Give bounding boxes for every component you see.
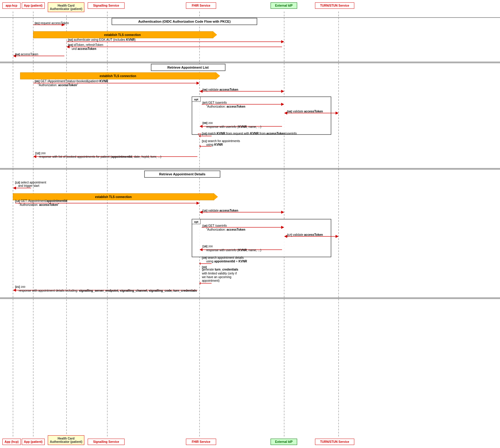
svg-text:"Authorization: accessToken: "Authorization: accessToken: [206, 228, 245, 231]
svg-rect-88: [192, 219, 200, 224]
lifeline-signalling: Signalling Service: [88, 2, 125, 9]
svg-rect-10: [33, 31, 213, 38]
svg-text:establish TLS connection: establish TLS connection: [104, 33, 141, 37]
svg-text:using appointmentId + KVNR: using appointmentId + KVNR: [206, 260, 247, 263]
svg-marker-12: [213, 31, 217, 38]
svg-text:"Authorization: accessToken": "Authorization: accessToken": [19, 203, 59, 206]
lifeline-app-patient: App (patient): [22, 2, 45, 9]
svg-marker-37: [200, 90, 203, 93]
lifeline-bottom-fhir: FHIR Service: [186, 439, 216, 445]
svg-text:[02] authenticate using EGK.AU: [02] authenticate using EGK.AUT (include…: [68, 38, 136, 41]
svg-rect-7: [112, 18, 257, 25]
svg-marker-49: [336, 112, 339, 115]
svg-marker-31: [216, 73, 220, 79]
svg-text:[20]: [20]: [202, 266, 207, 269]
lifeline-app-hcp: app-hcp: [2, 2, 21, 9]
svg-text:opt: opt: [194, 98, 198, 101]
svg-text:und accessToken: und accessToken: [72, 47, 96, 50]
svg-text:we have an upcoming: we have an upcoming: [202, 275, 231, 279]
svg-text:[13] select appointment: [13] select appointment: [15, 181, 46, 184]
svg-marker-95: [284, 235, 287, 238]
svg-text:[19] search appointment detail: [19] search appointment details: [202, 256, 244, 259]
svg-text:response with userinfo (KVNR, : response with userinfo (KVNR, name, ...): [206, 125, 261, 128]
svg-text:opt: opt: [194, 220, 198, 223]
svg-marker-105: [200, 262, 200, 265]
svg-marker-114: [13, 289, 16, 292]
svg-text:Authentication (OIDC Authoriza: Authentication (OIDC Authorization Code …: [138, 20, 231, 23]
svg-text:[09] 200: [09] 200: [203, 121, 213, 125]
svg-text:[21] 200: [21] 200: [15, 285, 25, 288]
svg-text:and trigger start: and trigger start: [18, 184, 39, 187]
lifeline-external-idp: External IdP: [271, 2, 297, 9]
lifeline-bottom-app-hcp: App (hcp): [2, 439, 21, 445]
svg-marker-16: [281, 40, 284, 43]
svg-marker-112: [200, 282, 200, 285]
svg-text:appointment): appointment): [202, 279, 219, 282]
svg-rect-76: [13, 193, 214, 200]
lifeline-bottom-signalling: Signalling Service: [88, 439, 125, 445]
svg-marker-84: [200, 211, 203, 214]
svg-rect-27: [151, 64, 225, 71]
lifeline-fhir: FHIR Service: [186, 2, 216, 9]
svg-marker-63: [200, 145, 200, 148]
svg-marker-59: [200, 135, 200, 138]
svg-text:"Authorization: accessToken": "Authorization: accessToken": [38, 83, 78, 87]
svg-text:[04] accessToken: [04] accessToken: [15, 53, 38, 56]
svg-text:[10] match KVNR from request w: [10] match KVNR from request with KVNR f…: [202, 132, 297, 135]
svg-text:[03] idToken, refreshToken: [03] idToken, refreshToken: [68, 43, 103, 47]
svg-marker-80: [196, 202, 200, 205]
svg-rect-70: [144, 171, 220, 177]
svg-marker-85: [281, 211, 284, 214]
svg-marker-48: [284, 112, 287, 115]
svg-text:[17] validate accessToken: [17] validate accessToken: [287, 233, 323, 236]
svg-text:establish TLS connection: establish TLS connection: [99, 74, 136, 78]
svg-text:using KVNR: using KVNR: [206, 143, 223, 146]
svg-text:[05] GET /Appointment?status=b: [05] GET /Appointment?status=booked&pati…: [35, 80, 108, 83]
svg-text:response with userinfo (KVNR, : response with userinfo (KVNR, name, ...): [206, 248, 261, 252]
svg-text:[18] 200: [18] 200: [203, 245, 213, 248]
svg-marker-65: [33, 155, 36, 158]
svg-rect-40: [192, 97, 331, 135]
svg-text:[12] 200: [12] 200: [35, 151, 46, 155]
svg-marker-38: [281, 90, 284, 93]
arrows-svg: Authentication (OIDC Authorization Code …: [0, 0, 500, 448]
svg-marker-91: [281, 226, 284, 229]
diagram-container: Authentication (OIDC Authorization Code …: [0, 0, 500, 448]
svg-marker-52: [200, 125, 203, 128]
lifeline-bottom-external-idp: External IdP: [271, 439, 297, 445]
svg-text:[06] validate accessToken: [06] validate accessToken: [203, 88, 238, 91]
svg-text:establish TLS connection: establish TLS connection: [95, 195, 131, 199]
svg-text:[08] validate accessToken: [08] validate accessToken: [287, 110, 323, 113]
svg-text:response with list of booked a: response with list of booked appointment…: [39, 155, 161, 158]
svg-marker-19: [67, 45, 70, 48]
svg-rect-41: [192, 97, 200, 102]
svg-marker-44: [281, 103, 284, 106]
svg-marker-23: [13, 54, 16, 57]
svg-marker-33: [196, 82, 200, 85]
lifeline-health-card: Health CardAuthenticator (patient): [48, 2, 84, 12]
svg-rect-87: [192, 219, 331, 257]
svg-text:[01] request accessToken: [01] request accessToken: [35, 21, 69, 25]
svg-text:[15] validate accessToken: [15] validate accessToken: [203, 209, 238, 212]
svg-marker-75: [13, 187, 16, 190]
svg-text:Retrieve Appointment Details: Retrieve Appointment Details: [159, 172, 205, 176]
svg-text:"Authorization: accessToken: "Authorization: accessToken: [206, 105, 245, 108]
lifeline-bottom-turn-stun: TURN/STUN Service: [315, 439, 354, 445]
svg-text:generate turn_credentials: generate turn_credentials: [202, 268, 239, 271]
svg-text:[16] GET /userinfo: [16] GET /userinfo: [203, 224, 227, 227]
svg-text:[14] GET /Appointment/appointm: [14] GET /Appointment/appointmentId: [15, 199, 67, 203]
lifeline-bottom-health-card: Health CardAuthenticator (patient): [48, 435, 84, 445]
svg-rect-29: [20, 73, 216, 79]
svg-text:[11] search for appointments: [11] search for appointments: [202, 139, 240, 143]
svg-marker-99: [200, 248, 203, 251]
svg-marker-78: [214, 193, 218, 200]
svg-text:response with appointment deta: response with appointment details includ…: [19, 289, 197, 292]
lifeline-turn-stun: TURN/STUN Service: [315, 2, 354, 9]
svg-marker-96: [336, 235, 339, 238]
svg-text:Retrieve Appointment List: Retrieve Appointment List: [167, 66, 209, 69]
svg-text:[07] GET /userinfo: [07] GET /userinfo: [203, 101, 227, 104]
lifeline-bottom-app-patient: App (patient): [22, 439, 45, 445]
svg-text:with limited validity (only if: with limited validity (only if: [202, 272, 237, 275]
svg-marker-56: [198, 134, 201, 137]
